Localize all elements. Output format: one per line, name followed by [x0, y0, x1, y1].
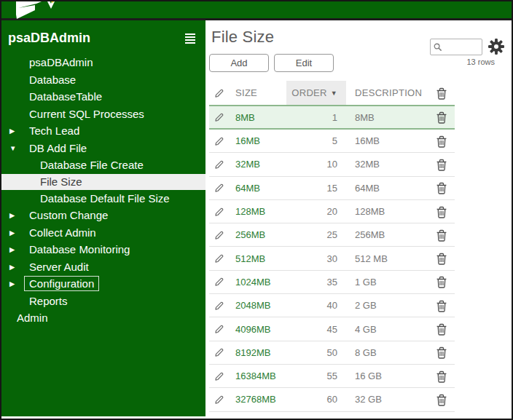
order-cell: 15 — [286, 177, 346, 199]
row-delete-button[interactable] — [428, 200, 455, 223]
row-delete-button[interactable] — [428, 365, 455, 387]
size-column-header[interactable]: SIZE — [235, 81, 286, 105]
sidebar-item-database-default-file-size[interactable]: Database Default File Size — [1, 190, 205, 207]
row-edit-button[interactable] — [209, 388, 235, 411]
sidebar-item-configuration[interactable]: Configuration — [1, 275, 205, 293]
size-cell[interactable]: 16MB — [235, 130, 286, 152]
table-row: 2048MB 40 2 GB — [209, 294, 455, 317]
row-edit-button[interactable] — [209, 130, 235, 152]
size-cell[interactable]: 32768MB — [235, 388, 286, 411]
app-window: psaDBAdmin psaDBAdmin Database DatabaseT… — [0, 0, 513, 420]
table-row: 32MB 10 32MB — [209, 153, 455, 176]
size-cell[interactable]: 4096MB — [235, 317, 286, 340]
size-cell[interactable]: 512MB — [235, 247, 286, 269]
trash-icon — [436, 158, 447, 171]
row-edit-button[interactable] — [209, 223, 235, 246]
order-column-header[interactable]: ORDER ▼ — [286, 81, 346, 105]
row-delete-button[interactable] — [428, 130, 455, 152]
sidebar-item-server-audit[interactable]: Server Audit — [1, 258, 205, 276]
row-edit-button[interactable] — [209, 271, 235, 293]
row-delete-button[interactable] — [428, 271, 455, 293]
size-cell[interactable]: 8192MB — [235, 341, 286, 364]
pencil-icon — [214, 229, 225, 241]
table-row: 16384MB 55 16 GB — [209, 365, 455, 388]
sidebar-item-tech-lead[interactable]: Tech Lead — [1, 122, 205, 140]
row-delete-button[interactable] — [428, 106, 455, 128]
sidebar-item-reports[interactable]: Reports — [1, 293, 205, 310]
sidebar-item-admin[interactable]: Admin — [1, 309, 205, 327]
size-cell[interactable]: 16384MB — [235, 365, 286, 387]
row-edit-button[interactable] — [209, 200, 235, 223]
order-cell: 35 — [286, 271, 346, 293]
expand-arrow-icon[interactable] — [9, 229, 29, 237]
trash-icon — [436, 275, 447, 288]
size-cell[interactable]: 64MB — [235, 177, 286, 199]
order-cell: 55 — [286, 365, 346, 387]
description-column-header[interactable]: DESCRIPTION — [346, 81, 428, 105]
menu-toggle-icon[interactable] — [184, 32, 197, 45]
settings-button[interactable] — [487, 38, 505, 55]
size-cell[interactable]: 1024MB — [235, 271, 286, 293]
expand-arrow-icon[interactable] — [9, 212, 29, 219]
sidebar-item-psadbadmin[interactable]: psaDBAdmin — [1, 54, 205, 71]
sidebar-item-databasetable[interactable]: DatabaseTable — [1, 88, 205, 106]
trash-icon — [436, 205, 447, 218]
sidebar: psaDBAdmin psaDBAdmin Database DatabaseT… — [1, 20, 205, 416]
sidebar-item-label: DB Add File — [29, 142, 87, 154]
sidebar-item-database[interactable]: Database — [1, 71, 205, 89]
sidebar-item-db-add-file[interactable]: DB Add File — [1, 140, 205, 157]
pencil-icon — [214, 135, 225, 147]
sidebar-item-database-file-create[interactable]: Database File Create — [1, 156, 205, 174]
row-delete-button[interactable] — [428, 388, 455, 411]
order-cell: 25 — [286, 223, 346, 246]
sidebar-item-current-sql-processes[interactable]: Current SQL Processes — [1, 106, 205, 123]
description-cell: 16MB — [346, 130, 428, 152]
expand-arrow-icon[interactable] — [9, 246, 29, 253]
row-delete-button[interactable] — [428, 177, 455, 199]
sidebar-item-custom-change[interactable]: Custom Change — [1, 207, 205, 224]
expand-arrow-icon[interactable] — [9, 127, 29, 135]
row-edit-button[interactable] — [209, 153, 235, 175]
sidebar-item-file-size[interactable]: File Size — [1, 174, 205, 190]
row-edit-button[interactable] — [209, 365, 235, 387]
row-edit-button[interactable] — [209, 317, 235, 340]
size-cell[interactable]: 8MB — [235, 106, 286, 128]
row-delete-button[interactable] — [428, 317, 455, 340]
row-edit-button[interactable] — [209, 341, 235, 364]
sidebar-item-collect-admin[interactable]: Collect Admin — [1, 224, 205, 242]
row-edit-button[interactable] — [209, 247, 235, 269]
row-edit-button[interactable] — [209, 177, 235, 199]
row-delete-button[interactable] — [428, 247, 455, 269]
table-row: 64MB 15 64MB — [209, 177, 455, 200]
pencil-icon — [214, 111, 225, 123]
expand-arrow-icon[interactable] — [9, 145, 29, 152]
main-content: File Size Add Edit — [205, 20, 512, 416]
sidebar-item-label: Reports — [29, 295, 68, 307]
table-row: 256MB 25 256MB — [209, 223, 455, 247]
size-cell[interactable]: 256MB — [235, 223, 286, 246]
sidebar-item-database-monitoring[interactable]: Database Monitoring — [1, 241, 205, 258]
pencil-icon — [214, 206, 225, 218]
trash-icon — [436, 393, 447, 406]
expand-arrow-icon[interactable] — [9, 264, 29, 271]
row-edit-button[interactable] — [209, 294, 235, 317]
row-delete-button[interactable] — [428, 294, 455, 317]
sidebar-nav: psaDBAdmin Database DatabaseTable Curren… — [1, 54, 205, 327]
trash-icon — [436, 346, 447, 359]
size-cell[interactable]: 2048MB — [235, 294, 286, 317]
row-delete-button[interactable] — [428, 341, 455, 364]
size-cell[interactable]: 128MB — [235, 200, 286, 223]
row-delete-button[interactable] — [428, 153, 455, 175]
row-delete-button[interactable] — [428, 223, 455, 246]
edit-button[interactable]: Edit — [274, 54, 334, 72]
sidebar-item-label: Database Monitoring — [29, 243, 130, 255]
trash-icon — [436, 252, 447, 265]
size-cell[interactable]: 32MB — [235, 153, 286, 175]
search-input[interactable] — [430, 39, 482, 55]
add-button[interactable]: Add — [209, 54, 269, 72]
description-cell: 256MB — [346, 223, 428, 246]
sidebar-item-label: Admin — [17, 312, 48, 324]
table-tools: 13 rows — [430, 38, 505, 66]
row-edit-button[interactable] — [209, 106, 235, 128]
trash-icon — [436, 370, 447, 383]
